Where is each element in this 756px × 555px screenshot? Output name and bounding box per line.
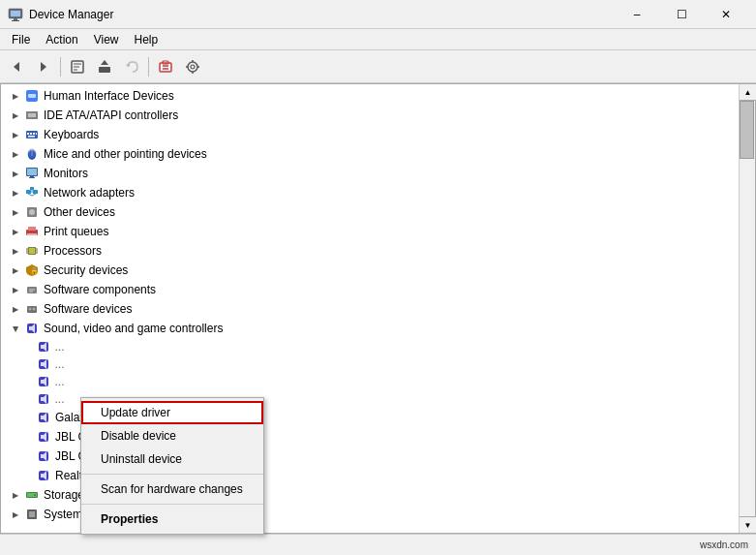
ctx-scan-hardware-label: Scan for hardware changes — [101, 482, 243, 496]
rollback-toolbar-btn[interactable] — [119, 54, 144, 79]
system-icon — [24, 507, 40, 522]
sound-child4-icon — [36, 391, 51, 407]
tree-item-sound-child1[interactable]: ... — [1, 338, 739, 355]
tree-item-sound-child3[interactable]: ... — [1, 373, 739, 390]
tree-item-processors[interactable]: Processors — [1, 241, 739, 261]
svg-point-17 — [188, 62, 197, 72]
ctx-sep-2 — [81, 504, 263, 505]
svg-rect-42 — [30, 187, 34, 190]
menu-help[interactable]: Help — [127, 31, 166, 48]
ctx-properties[interactable]: Properties — [81, 508, 263, 531]
window-title: Device Manager — [29, 8, 615, 21]
svg-rect-50 — [27, 233, 37, 236]
tree-item-monitors[interactable]: Monitors — [1, 164, 739, 183]
tree-item-keyboards[interactable]: Keyboards — [1, 125, 739, 144]
ctx-uninstall-device-label: Uninstall device — [101, 452, 182, 466]
mice-chevron — [9, 147, 22, 161]
context-menu: Update driver Disable device Uninstall d… — [80, 397, 264, 535]
ctx-properties-label: Properties — [101, 512, 158, 526]
svg-rect-30 — [33, 133, 35, 135]
storage-icon — [24, 487, 40, 503]
watermark: wsxdn.com — [700, 540, 748, 550]
scan-toolbar-btn[interactable] — [180, 54, 205, 79]
tree-item-sound[interactable]: Sound, video and game controllers — [1, 319, 739, 338]
svg-rect-29 — [30, 133, 32, 135]
sound-child4-label: ... — [55, 392, 65, 406]
tree-item-print[interactable]: Print queues — [1, 222, 739, 241]
svg-rect-3 — [12, 20, 19, 21]
ide-label: IDE ATA/ATAPI controllers — [44, 108, 178, 122]
uninstall-toolbar-btn[interactable] — [153, 54, 178, 79]
minimize-button[interactable]: – — [615, 0, 659, 29]
ctx-disable-device[interactable]: Disable device — [81, 424, 263, 447]
security-icon: 🔒 — [24, 262, 40, 278]
scrollbar[interactable]: ▲ ▼ — [739, 84, 755, 533]
network-label: Network adapters — [44, 186, 135, 200]
svg-rect-37 — [27, 169, 37, 175]
security-chevron — [9, 263, 22, 277]
svg-rect-26 — [28, 113, 36, 117]
monitor-icon — [24, 166, 40, 181]
menu-file[interactable]: File — [4, 31, 38, 48]
ctx-scan-hardware[interactable]: Scan for hardware changes — [81, 478, 263, 501]
ctx-uninstall-device[interactable]: Uninstall device — [81, 447, 263, 471]
app-icon — [8, 7, 23, 22]
svg-marker-4 — [14, 62, 19, 72]
tree-item-network[interactable]: Network adapters — [1, 183, 739, 202]
processor-icon — [24, 243, 40, 259]
forward-toolbar-btn[interactable] — [31, 54, 56, 79]
ctx-sep-1 — [81, 474, 263, 475]
svg-rect-49 — [28, 227, 36, 231]
update-driver-toolbar-btn[interactable] — [92, 54, 117, 79]
scroll-track[interactable] — [740, 101, 755, 516]
software-comp-icon — [24, 282, 40, 297]
properties-toolbar-btn[interactable] — [65, 54, 90, 79]
sound-icon — [24, 321, 40, 336]
tree-item-software-dev[interactable]: Software devices — [1, 299, 739, 319]
system-chevron — [9, 508, 22, 521]
maximize-button[interactable]: ☐ — [659, 0, 704, 29]
software-comp-chevron — [9, 283, 22, 296]
title-bar: Device Manager – ☐ ✕ — [0, 0, 756, 29]
svg-rect-52 — [29, 248, 35, 254]
software-dev-chevron — [9, 302, 22, 316]
scroll-up-btn[interactable]: ▲ — [740, 84, 756, 101]
svg-rect-38 — [30, 176, 34, 177]
scroll-down-btn[interactable]: ▼ — [740, 516, 756, 533]
keyboard-icon — [24, 127, 40, 142]
sound-child2-icon — [36, 356, 51, 372]
processors-label: Processors — [44, 244, 102, 258]
svg-rect-10 — [99, 67, 110, 73]
ctx-update-driver[interactable]: Update driver — [81, 401, 263, 424]
menu-view[interactable]: View — [86, 31, 127, 48]
close-button[interactable]: ✕ — [704, 0, 748, 29]
main-window: Human Interface Devices IDE ATA/ATAPI co… — [0, 83, 756, 534]
sound-child2-label: ... — [55, 357, 65, 371]
svg-point-65 — [33, 308, 36, 311]
tree-item-hid[interactable]: Human Interface Devices — [1, 86, 739, 106]
mice-label: Mice and other pointing devices — [44, 147, 207, 161]
print-chevron — [9, 225, 22, 238]
sound-child1-label: ... — [55, 340, 65, 354]
menu-action[interactable]: Action — [38, 31, 85, 48]
tree-item-other[interactable]: Other devices — [1, 202, 739, 222]
monitors-label: Monitors — [44, 167, 88, 180]
svg-marker-5 — [41, 62, 46, 72]
tree-item-mice[interactable]: Mice and other pointing devices — [1, 144, 739, 164]
scroll-thumb[interactable] — [740, 101, 754, 159]
svg-rect-41 — [33, 190, 38, 194]
processors-chevron — [9, 244, 22, 258]
svg-point-86 — [34, 494, 36, 496]
galaxy-icon — [36, 410, 51, 425]
tree-item-ide[interactable]: IDE ATA/ATAPI controllers — [1, 106, 739, 125]
svg-line-44 — [32, 194, 36, 196]
tree-item-software-comp[interactable]: Software components — [1, 280, 739, 299]
software-comp-label: Software components — [44, 283, 156, 296]
svg-rect-31 — [36, 133, 37, 135]
tree-item-sound-child2[interactable]: ... — [1, 355, 739, 373]
tree-item-security[interactable]: 🔒 Security devices — [1, 261, 739, 280]
other-icon — [24, 204, 40, 220]
ide-icon — [24, 108, 40, 123]
back-toolbar-btn[interactable] — [4, 54, 29, 79]
network-icon — [24, 185, 40, 200]
